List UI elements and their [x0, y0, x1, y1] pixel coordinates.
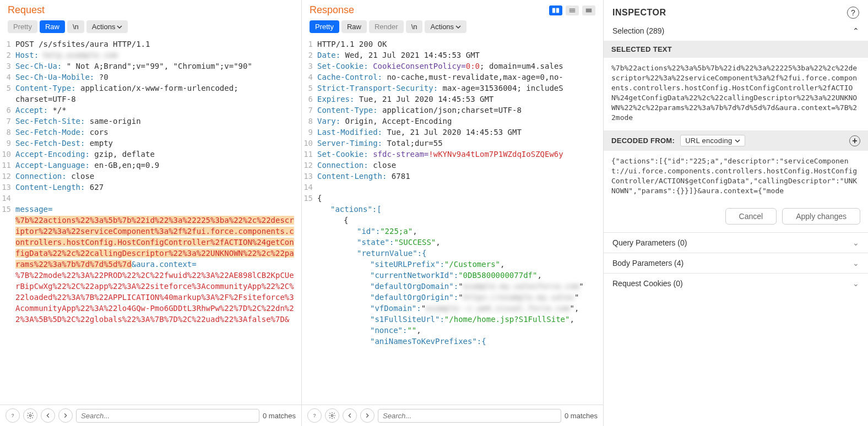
response-panel: Response Pretty Raw Render \n Actions 1H… [302, 0, 604, 426]
chevron-down-icon [455, 24, 461, 30]
encoding-select[interactable]: URL encoding [680, 135, 745, 146]
svg-text:?: ? [12, 413, 14, 418]
selected-text-body[interactable]: %7b%22actions%22%3a%5b%7b%22id%22%3a%222… [604, 58, 868, 130]
query-params-row[interactable]: Query Parameters (0) ⌄ [604, 232, 868, 253]
response-body[interactable]: 1HTTP/1.1 200 OK 2Date: Wed, 21 Jul 2021… [302, 36, 603, 405]
view-single-icon[interactable] [582, 6, 595, 15]
request-search-bar: ? 0 matches [0, 405, 301, 426]
add-icon[interactable]: + [849, 135, 860, 146]
svg-point-9 [331, 414, 333, 417]
inspector-buttons: Cancel Apply changes [604, 204, 868, 232]
request-line: POST /s/sfsites/aura HTTP/1.1 [15, 39, 301, 50]
request-title: Request [8, 4, 45, 16]
view-split-icon[interactable] [549, 6, 562, 15]
response-header: Response [302, 0, 603, 18]
tab-raw[interactable]: Raw [40, 20, 65, 33]
decoded-header: DECODED FROM: URL encoding + [604, 130, 868, 151]
view-list-icon[interactable] [566, 6, 579, 15]
arrow-right-icon[interactable] [58, 408, 73, 423]
help-icon[interactable]: ? [307, 408, 322, 423]
response-tabs: Pretty Raw Render \n Actions [302, 18, 603, 36]
search-input[interactable] [378, 409, 561, 423]
chevron-down-icon: ⌄ [853, 279, 859, 288]
search-input[interactable] [76, 409, 259, 423]
actions-dropdown[interactable]: Actions [425, 20, 466, 33]
inspector-title: INSPECTOR [612, 8, 666, 18]
svg-rect-3 [556, 8, 559, 13]
request-tabs: Pretty Raw \n Actions [0, 18, 301, 36]
svg-rect-7 [586, 8, 592, 12]
arrow-right-icon[interactable] [360, 408, 375, 423]
chevron-down-icon: ⌄ [853, 259, 859, 267]
cancel-button[interactable]: Cancel [725, 208, 777, 225]
tab-wrap[interactable]: \n [67, 20, 84, 33]
actions-dropdown[interactable]: Actions [86, 20, 128, 33]
selected-text-header: SELECTED TEXT [604, 41, 868, 58]
apply-button[interactable]: Apply changes [782, 208, 860, 225]
request-header: Request [0, 0, 301, 18]
body-params-row[interactable]: Body Parameters (4) ⌄ [604, 253, 868, 273]
gear-icon[interactable] [23, 408, 37, 423]
matches-count: 0 matches [565, 412, 598, 420]
arrow-left-icon[interactable] [41, 408, 55, 423]
gear-icon[interactable] [325, 408, 339, 423]
matches-count: 0 matches [263, 412, 296, 420]
decoded-text-body[interactable]: {"actions":[{"id":"225;a","descriptor":"… [604, 151, 868, 204]
request-panel: Request Pretty Raw \n Actions 1POST /s/s… [0, 0, 302, 426]
tab-wrap[interactable]: \n [406, 20, 423, 33]
caret-up-icon: ⌃ [853, 26, 859, 35]
help-icon[interactable]: ? [847, 7, 859, 19]
inspector-panel: INSPECTOR ? Selection (289) ⌃ SELECTED T… [604, 0, 868, 426]
svg-text:?: ? [313, 413, 316, 418]
tab-raw[interactable]: Raw [341, 20, 367, 33]
main-container: Request Pretty Raw \n Actions 1POST /s/s… [0, 0, 868, 426]
help-icon[interactable]: ? [6, 408, 20, 423]
inspector-header: INSPECTOR ? [604, 0, 868, 23]
svg-point-1 [29, 414, 31, 417]
request-body[interactable]: 1POST /s/sfsites/aura HTTP/1.1 2Host: he… [0, 36, 301, 405]
tab-pretty[interactable]: Pretty [310, 20, 339, 33]
request-cookies-row[interactable]: Request Cookies (0) ⌄ [604, 273, 868, 293]
response-search-bar: ? 0 matches [302, 405, 603, 426]
svg-rect-2 [552, 8, 555, 13]
chevron-down-icon [117, 24, 122, 30]
chevron-down-icon: ⌄ [853, 238, 859, 247]
selection-row[interactable]: Selection (289) ⌃ [604, 23, 868, 41]
response-title: Response [310, 4, 354, 16]
tab-render[interactable]: Render [369, 20, 404, 33]
arrow-left-icon[interactable] [343, 408, 357, 423]
chevron-down-icon [735, 138, 740, 144]
tab-pretty[interactable]: Pretty [8, 20, 37, 33]
